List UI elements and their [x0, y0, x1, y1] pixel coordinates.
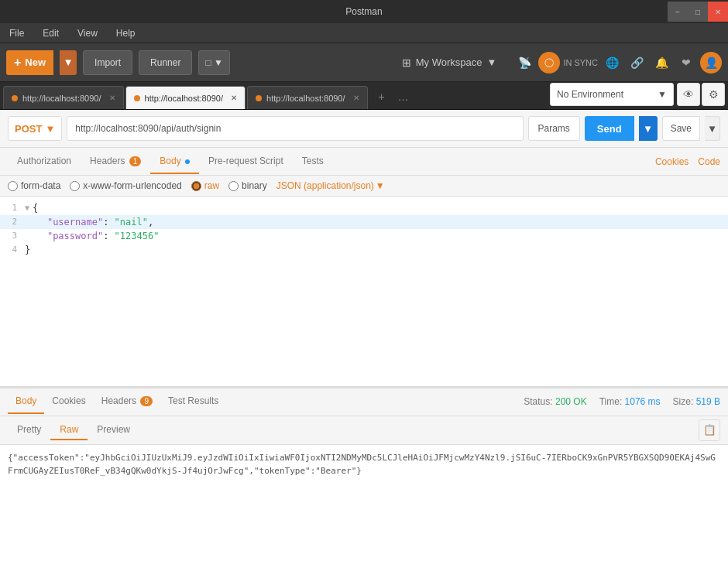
save-button[interactable]: Save: [662, 116, 700, 141]
code-link[interactable]: Code: [698, 156, 720, 167]
code-line-3: 3 "password": "123456": [0, 229, 728, 243]
size-label: Size:: [673, 396, 694, 407]
runner-button[interactable]: Runner: [139, 50, 192, 75]
method-chevron-icon: ▼: [45, 123, 55, 135]
collapse-icon-1[interactable]: ▼: [25, 201, 29, 215]
save-caret-button[interactable]: ▼: [705, 116, 720, 141]
binary-label[interactable]: binary: [242, 180, 267, 191]
body-dot: [185, 159, 190, 164]
tab-2[interactable]: http://localhost:8090/ ✕: [125, 86, 246, 109]
tab-tests[interactable]: Tests: [293, 149, 333, 174]
menu-help[interactable]: Help: [113, 26, 139, 40]
resp-body: {"accessToken":"eyJhbGciOiJIUzUxMiJ9.eyJ…: [0, 445, 728, 569]
binary-radio[interactable]: [228, 181, 239, 191]
line-num-3: 3: [2, 229, 25, 243]
form-data-radio[interactable]: [8, 181, 18, 191]
titlebar: Postman − □ ✕: [0, 0, 728, 23]
resp-tab-cookies[interactable]: Cookies: [44, 389, 93, 414]
link-icon[interactable]: 🔗: [626, 52, 647, 74]
line-num-1: 1: [2, 201, 25, 215]
antenna-icon[interactable]: 📡: [513, 52, 535, 74]
menu-file[interactable]: File: [6, 26, 27, 40]
environment-area: No Environment ▼ 👁 ⚙: [550, 83, 725, 109]
send-caret-button[interactable]: ▼: [639, 116, 658, 141]
menu-view[interactable]: View: [74, 26, 101, 40]
code-content-4: }: [25, 243, 30, 257]
new-caret-button[interactable]: ▼: [60, 50, 77, 75]
workspace-button[interactable]: ⊞ My Workspace ▼: [394, 50, 505, 75]
json-type-dropdown[interactable]: JSON (application/json) ▼: [276, 180, 385, 191]
add-tab-button[interactable]: +: [373, 87, 391, 106]
tab-close-3[interactable]: ✕: [353, 94, 359, 102]
main-content: POST ▼ Params Send ▼ Save ▼ Authorizatio…: [0, 110, 728, 568]
bell-icon[interactable]: 🔔: [651, 52, 672, 74]
params-button[interactable]: Params: [528, 116, 580, 141]
new-button[interactable]: + New: [6, 50, 53, 75]
resp-header: Body Cookies Headers 9 Test Results Stat…: [0, 388, 728, 416]
tab-body[interactable]: Body: [150, 149, 199, 174]
copy-icon: 📋: [703, 424, 716, 436]
resp-meta: Status: 200 OK Time: 1076 ms Size: 519 B: [524, 396, 720, 407]
user-icon[interactable]: 👤: [700, 52, 722, 74]
url-input[interactable]: [67, 116, 523, 141]
resp-tab-headers[interactable]: Headers 9: [94, 389, 160, 414]
raw-label[interactable]: raw: [204, 180, 219, 191]
menu-edit[interactable]: Edit: [39, 26, 62, 40]
tab-prerequest[interactable]: Pre-request Script: [199, 149, 293, 174]
heart-icon[interactable]: ❤: [675, 52, 697, 74]
resp-subtab-preview[interactable]: Preview: [88, 420, 139, 440]
status-label: Status:: [524, 396, 552, 407]
globe-icon[interactable]: 🌐: [601, 52, 623, 74]
tab-dot-3: [256, 95, 262, 101]
form-data-label[interactable]: form-data: [21, 180, 60, 191]
tab-url-1: http://localhost:8090/: [22, 94, 101, 103]
tab-dot-2: [134, 95, 140, 101]
app-title: Postman: [345, 6, 382, 17]
environment-select[interactable]: No Environment ▼: [550, 83, 674, 106]
raw-option: raw: [191, 180, 219, 191]
menubar: File Edit View Help: [0, 23, 728, 43]
time-value: 1076 ms: [625, 396, 661, 407]
response-content: {"accessToken":"eyJhbGciOiJIUzUxMiJ9.eyJ…: [8, 453, 716, 477]
resp-tab-body[interactable]: Body: [8, 389, 44, 414]
code-editor[interactable]: 1 ▼ { 2 "username": "nail", 3 "password"…: [0, 197, 728, 388]
maximize-button[interactable]: □: [688, 2, 708, 22]
resp-subtab-pretty[interactable]: Pretty: [8, 420, 50, 440]
import-button[interactable]: Import: [83, 50, 132, 75]
tab-1[interactable]: http://localhost:8090/ ✕: [3, 86, 124, 109]
close-button[interactable]: ✕: [708, 2, 728, 22]
tab-url-2: http://localhost:8090/: [145, 94, 224, 103]
tab-headers[interactable]: Headers 1: [81, 149, 150, 174]
tab-overflow-button[interactable]: …: [394, 87, 413, 106]
code-content-3: "password": "123456": [25, 229, 159, 243]
tab-actions: + …: [373, 87, 413, 109]
code-line-1: 1 ▼ {: [0, 201, 728, 215]
size-value: 519 B: [696, 396, 720, 407]
code-line-4: 4 }: [0, 243, 728, 257]
urlencoded-label[interactable]: x-www-form-urlencoded: [83, 180, 181, 191]
raw-radio[interactable]: [191, 181, 201, 191]
method-select[interactable]: POST ▼: [8, 116, 62, 141]
copy-response-button[interactable]: 📋: [699, 419, 720, 441]
grid-icon: ⊞: [402, 56, 411, 69]
minimize-button[interactable]: −: [668, 2, 688, 22]
new-window-button[interactable]: □ ▼: [198, 50, 229, 75]
env-settings-button[interactable]: ⚙: [702, 83, 725, 106]
resp-tab-test-results[interactable]: Test Results: [160, 389, 226, 414]
resp-subtab-raw[interactable]: Raw: [50, 420, 88, 440]
cookies-link[interactable]: Cookies: [655, 156, 689, 167]
tab-close-1[interactable]: ✕: [109, 94, 115, 102]
tab-close-2[interactable]: ✕: [231, 94, 237, 102]
env-eye-button[interactable]: 👁: [677, 83, 700, 106]
send-button[interactable]: Send: [585, 116, 634, 141]
sync-icon[interactable]: ◯: [538, 52, 560, 74]
code-line-2: 2 "username": "nail",: [0, 215, 728, 229]
time-label: Time:: [599, 396, 623, 407]
tab-3[interactable]: http://localhost:8090/ ✕: [247, 86, 368, 109]
line-num-2: 2: [2, 215, 25, 229]
tab-dot-1: [12, 95, 18, 101]
window-controls: − □ ✕: [668, 2, 728, 22]
urlencoded-radio[interactable]: [70, 181, 80, 191]
code-content-1: {: [33, 201, 38, 215]
tab-authorization[interactable]: Authorization: [8, 149, 81, 174]
